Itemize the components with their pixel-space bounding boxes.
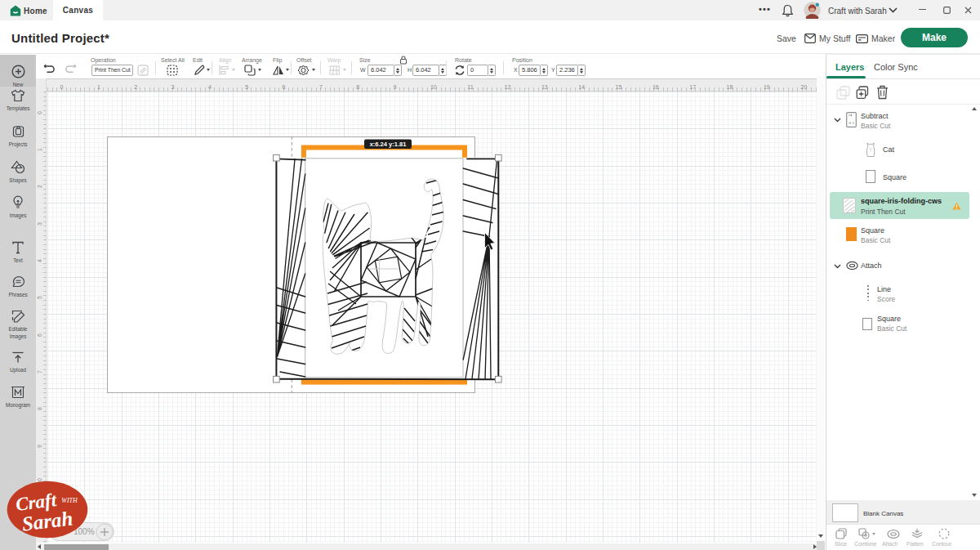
svg-text:WITH: WITH [61, 497, 78, 504]
svg-text:x:6.24 y:1.81: x:6.24 y:1.81 [370, 141, 407, 148]
